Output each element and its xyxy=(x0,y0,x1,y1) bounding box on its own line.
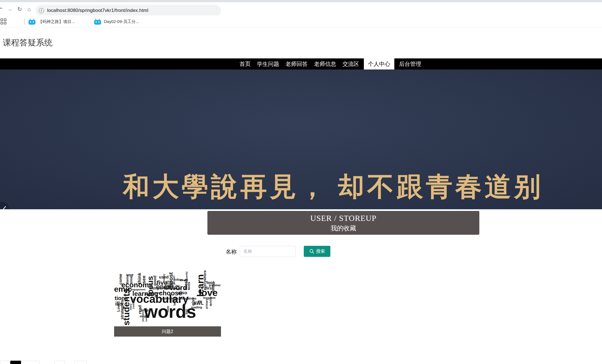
wordcloud-word: school xyxy=(128,288,130,296)
wordcloud-word: may xyxy=(175,287,181,290)
url-text[interactable]: localhost:8080/springboot7vkr1/front/ind… xyxy=(47,8,148,13)
wordcloud-word: expect xyxy=(165,285,174,287)
nav-item-交流区[interactable]: 交流区 xyxy=(341,58,361,69)
wordcloud-word: engagement xyxy=(131,288,145,291)
search-input[interactable] xyxy=(240,246,296,257)
bookmarks-bar: 【码神之路】项目... Day02-09-员工分... xyxy=(0,16,602,28)
pagination-page-stub[interactable] xyxy=(54,361,65,364)
bilibili-icon xyxy=(94,20,101,25)
wordcloud-word: Love xyxy=(117,303,120,312)
wordcloud-word: reading xyxy=(191,306,202,309)
wordcloud-word: think xyxy=(137,273,142,284)
favorite-card[interactable]: wordsvocabularylearnloveeconomyfocusstud… xyxy=(114,270,221,337)
nav-item-首页[interactable]: 首页 xyxy=(238,58,252,69)
wordcloud-word: tax xyxy=(176,285,179,287)
browser-toolbar: → ↻ ⌂ i localhost:8080/springboot7vkr1/f… xyxy=(0,2,602,16)
wordcloud-word: definitions xyxy=(150,292,162,294)
wordcloud-word: come xyxy=(119,274,122,285)
wordcloud-word: Coxhead xyxy=(132,298,135,309)
wordcloud-word: study xyxy=(212,284,215,293)
section-header: USER / STOREUP 我的收藏 xyxy=(207,211,479,235)
wordcloud-word: etc xyxy=(198,300,202,303)
wordcloud-word: primary xyxy=(205,299,208,309)
wordcloud-word: frequently xyxy=(186,271,188,283)
hero-carousel: 和大學說再見， 却不跟青春道别 And universities to say … xyxy=(0,69,602,209)
bookmark-item[interactable]: Day02-09-员工分... xyxy=(94,18,139,25)
page-title: 课程答疑系统 xyxy=(3,37,53,48)
bookmark-label[interactable]: Day02-09-员工分... xyxy=(104,19,139,24)
nav-item-后台管理[interactable]: 后台管理 xyxy=(397,58,423,69)
bookmark-separator xyxy=(24,19,25,25)
wordcloud-word: tions xyxy=(115,296,128,301)
bookmark-label[interactable]: 【码神之路】项目... xyxy=(38,19,75,24)
reload-icon[interactable]: ↻ xyxy=(16,6,23,13)
wordcloud-word: back xyxy=(173,299,176,306)
nav-item-老师信息[interactable]: 老师信息 xyxy=(312,58,338,69)
forward-icon[interactable]: → xyxy=(6,6,13,13)
wordcloud-word: items xyxy=(126,275,129,284)
wordcloud-word: uses xyxy=(166,280,173,283)
wordcloud-word: also xyxy=(178,291,187,295)
window-top-strip xyxy=(0,0,602,2)
section-title-en: USER / STOREUP xyxy=(207,214,479,223)
search-button-label: 搜索 xyxy=(316,249,325,254)
search-row: 名称 搜索 xyxy=(0,246,602,257)
wordcloud-word: time xyxy=(130,276,133,283)
search-button[interactable]: 搜索 xyxy=(304,246,330,257)
home-icon[interactable]: ⌂ xyxy=(25,6,33,13)
wordcloud-word: money xyxy=(163,274,165,282)
bookmark-item[interactable]: 【码神之路】项目... xyxy=(29,18,75,25)
wordcloud-image: wordsvocabularylearnloveeconomyfocusstud… xyxy=(114,270,221,326)
chevron-left-icon xyxy=(2,206,7,209)
apps-grid-icon[interactable] xyxy=(1,19,7,25)
wordcloud-word: quickly xyxy=(209,297,212,306)
search-field-label: 名称 xyxy=(226,248,237,255)
wordcloud-word: journals xyxy=(142,312,144,322)
nav-item-老师回答[interactable]: 老师回答 xyxy=(284,58,309,69)
nav-items-container: 首页学生问题老师回答老师信息交流区个人中心后台管理 xyxy=(235,58,423,69)
card-caption: 问题2 xyxy=(114,326,221,337)
wordcloud-word: sum xyxy=(169,297,172,303)
carousel-prev-button[interactable] xyxy=(0,202,9,209)
banner-heading-zh: 和大學說再見， 却不跟青春道别 xyxy=(123,169,543,205)
pagination-active-page[interactable] xyxy=(10,361,21,364)
wordcloud-word: see xyxy=(142,276,146,283)
wordcloud-word: lesson xyxy=(173,275,175,283)
site-info-icon[interactable]: i xyxy=(39,8,44,13)
bilibili-icon xyxy=(29,20,35,25)
wordcloud-word: list xyxy=(185,309,188,314)
wordcloud-word: note xyxy=(167,306,169,312)
pagination-page-stub[interactable] xyxy=(74,361,87,364)
search-icon xyxy=(309,249,314,254)
wordcloud-word: ssociations xyxy=(145,308,147,322)
back-icon[interactable] xyxy=(0,8,2,9)
wordcloud-word: connotations xyxy=(177,297,196,300)
main-nav: 首页学生问题老师回答老师信息交流区个人中心后台管理 xyxy=(0,58,602,69)
wordcloud-word: good xyxy=(153,275,157,286)
nav-item-学生问题[interactable]: 学生问题 xyxy=(255,58,281,69)
nav-item-个人中心[interactable]: 个人中心 xyxy=(364,58,394,69)
address-bar[interactable]: i localhost:8080/springboot7vkr1/front/i… xyxy=(35,5,221,16)
section-title-zh: 我的收藏 xyxy=(207,224,479,233)
wordcloud-word: many xyxy=(130,303,132,310)
